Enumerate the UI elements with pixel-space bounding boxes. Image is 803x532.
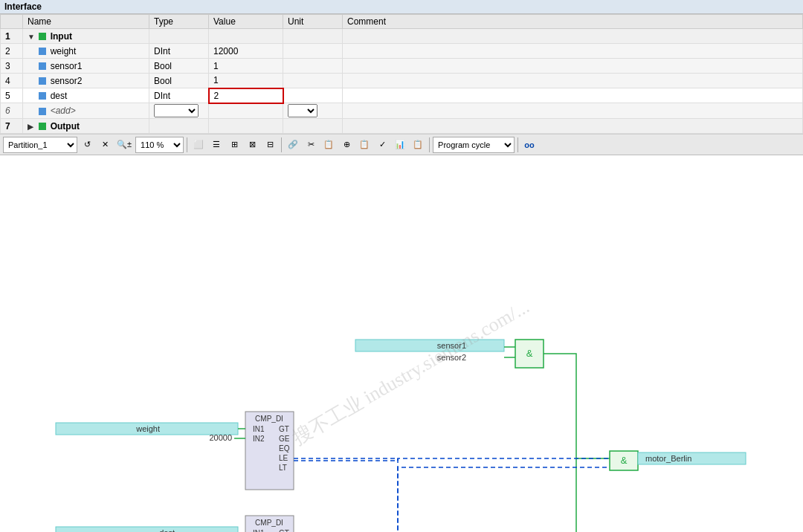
col-value: Value — [209, 15, 283, 29]
toolbar: Partition_1 ↺ ✕ 🔍± 110 % ⬜ ☰ ⊞ ⊠ ⊟ 🔗 ✂ 📋… — [0, 134, 803, 155]
row-unit — [283, 29, 343, 44]
row-name-add: <add> — [23, 103, 149, 119]
cmp-title-2: CMP_DI — [255, 519, 283, 527]
table-row[interactable]: 3 sensor1 Bool 1 — [1, 59, 803, 74]
row-value-add — [209, 103, 283, 119]
row-value-selected[interactable]: 2 — [209, 88, 283, 103]
wire-dashed-cmp2-and2 — [294, 467, 610, 532]
row-comment — [343, 74, 803, 88]
diagram-area[interactable]: & sensor1 sensor2 & & motor_Berlin motor… — [0, 155, 803, 532]
watermark: 搜不工业 industry.siemens.com/... — [289, 296, 533, 449]
minus-button[interactable]: ⊟ — [262, 137, 278, 153]
row-type: Bool — [149, 74, 209, 88]
add-icon — [39, 108, 46, 115]
grid-button[interactable]: ☰ — [208, 137, 225, 153]
group-icon — [39, 123, 46, 130]
cmp-in1-2: IN1 — [253, 529, 265, 532]
row-comment — [343, 88, 803, 103]
table-row[interactable]: 1 ▼ Input — [1, 29, 803, 44]
field-icon — [39, 77, 46, 85]
row-name: ▶ Output — [23, 119, 149, 134]
table-row-output[interactable]: 7 ▶ Output — [1, 119, 803, 134]
cmp-in1-1: IN1 — [253, 425, 265, 433]
zoom-search-button[interactable]: 🔍± — [115, 137, 134, 153]
cmp-ge-1: GE — [279, 435, 290, 443]
check-button[interactable]: ✓ — [374, 137, 390, 153]
monitor-button[interactable]: 📊 — [392, 137, 408, 153]
cmp-gt-1: GT — [279, 425, 289, 433]
row-name: dest — [23, 88, 149, 103]
value-20000: 20000 — [209, 433, 232, 442]
delete-button[interactable]: ⊠ — [244, 137, 260, 153]
field-icon — [39, 92, 46, 100]
row-type: DInt — [149, 44, 209, 59]
row-name: sensor2 — [23, 74, 149, 88]
partition-dropdown[interactable]: Partition_1 — [3, 137, 77, 153]
and-label-1: & — [526, 348, 533, 359]
interface-panel: Interface Name Type Value Unit Comment 1… — [0, 0, 803, 134]
interface-table: Name Type Value Unit Comment 1 ▼ Input — [0, 14, 803, 134]
cmp-eq-1: EQ — [279, 444, 290, 452]
row-unit — [283, 119, 343, 134]
row-num: 7 — [1, 119, 23, 134]
and-label-2: & — [621, 455, 628, 466]
row-comment — [343, 119, 803, 134]
separator — [187, 137, 187, 152]
row-name: weight — [23, 44, 149, 59]
program-cycle-dropdown[interactable]: Program cycle — [433, 137, 515, 153]
cut-button[interactable]: ✂ — [303, 137, 319, 153]
row-value: 12000 — [209, 44, 283, 59]
weight-label: weight — [135, 424, 160, 433]
paste-button[interactable]: 📋 — [320, 137, 337, 153]
row-num: 4 — [1, 74, 23, 88]
row-name: sensor1 — [23, 59, 149, 74]
expand-icon[interactable]: ▶ — [28, 123, 36, 131]
unit-dropdown[interactable] — [288, 104, 317, 117]
col-type: Type — [149, 15, 209, 29]
row-comment-add — [343, 103, 803, 119]
table-button[interactable]: ⊞ — [226, 137, 242, 153]
table-row[interactable]: 5 dest DInt 2 — [1, 88, 803, 103]
col-comment: Comment — [343, 15, 803, 29]
cmp-title-1: CMP_DI — [255, 415, 283, 423]
row-type: DInt — [149, 88, 209, 103]
dest-box-1 — [56, 527, 238, 532]
zoom2-button[interactable]: ⊕ — [338, 137, 355, 153]
dest-label-1: dest — [159, 528, 175, 532]
row-unit — [283, 74, 343, 88]
row-comment — [343, 29, 803, 44]
row-comment — [343, 59, 803, 74]
info-button[interactable]: oo — [521, 137, 538, 153]
row-unit — [283, 88, 343, 103]
cmp-in2-1: IN2 — [253, 435, 265, 443]
row-unit — [283, 59, 343, 74]
cancel-button[interactable]: ✕ — [97, 137, 113, 153]
interface-title: Interface — [0, 0, 803, 14]
col-name: Name — [23, 15, 149, 29]
zoom-dropdown[interactable]: 110 % — [135, 137, 184, 153]
wire-and1-out — [544, 354, 610, 532]
separator4 — [517, 137, 518, 152]
row-num: 2 — [1, 44, 23, 59]
row-num: 1 — [1, 29, 23, 44]
refresh-button[interactable]: ↺ — [79, 137, 95, 153]
row-comment — [343, 44, 803, 59]
table-row[interactable]: 2 weight DInt 12000 — [1, 44, 803, 59]
table-row-add[interactable]: 6 <add> — [1, 103, 803, 119]
field-icon — [39, 62, 46, 70]
table-row[interactable]: 4 sensor2 Bool 1 — [1, 74, 803, 88]
diagram-svg: & sensor1 sensor2 & & motor_Berlin motor… — [0, 155, 803, 532]
motor-berlin-label: motor_Berlin — [645, 454, 691, 463]
row-value: 1 — [209, 74, 283, 88]
separator2 — [281, 137, 282, 152]
expand-icon[interactable]: ▼ — [28, 33, 36, 41]
zoom3-button[interactable]: 📋 — [356, 137, 373, 153]
row-value — [209, 119, 283, 134]
row-type — [149, 29, 209, 44]
cmp-le-1: LE — [279, 454, 288, 462]
group-icon — [39, 33, 46, 40]
link-button[interactable]: 🔗 — [285, 137, 301, 153]
type-dropdown[interactable] — [154, 104, 199, 117]
extra-button[interactable]: 📋 — [410, 137, 426, 153]
copy-button[interactable]: ⬜ — [190, 137, 207, 153]
